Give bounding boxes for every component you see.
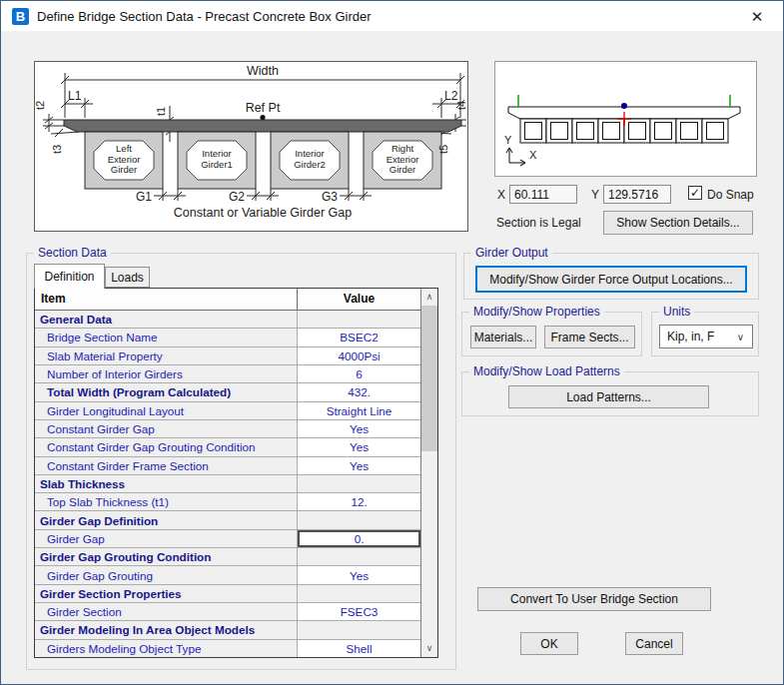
row-value-cell[interactable]: 4000Psi — [298, 347, 420, 364]
ok-button[interactable]: OK — [520, 632, 578, 655]
tab-definition[interactable]: Definition — [34, 264, 105, 289]
column-header-value: Value — [298, 289, 420, 310]
table-row[interactable]: Girder Modeling In Area Object Models — [35, 621, 420, 639]
section-preview-panel[interactable]: Y X — [494, 61, 757, 177]
dialog-title: Define Bridge Section Data - Precast Con… — [37, 9, 372, 24]
scrollbar-thumb[interactable] — [421, 306, 437, 451]
row-item-label: Constant Girder Frame Section — [35, 457, 298, 474]
row-item-label: Constant Girder Gap Grouting Condition — [35, 438, 298, 455]
do-snap-checkbox[interactable]: ✓ — [688, 186, 702, 200]
axis-x-label: X — [529, 149, 537, 161]
row-value-cell — [298, 548, 420, 565]
row-item-label: Bridge Section Name — [35, 329, 298, 345]
table-row[interactable]: Top Slab Thickness (t1)12. — [35, 493, 420, 511]
table-row[interactable]: Girder SectionFSEC3 — [35, 603, 420, 621]
row-value-cell[interactable]: Yes — [298, 420, 420, 437]
table-row[interactable]: Number of Interior Girders6 — [35, 365, 420, 383]
diagram-t2-label: t2 — [35, 101, 46, 110]
x-coordinate-field[interactable] — [509, 185, 577, 204]
section-table-body: General DataBridge Section NameBSEC2Slab… — [35, 311, 420, 657]
table-row[interactable]: General Data — [35, 311, 420, 329]
row-value-cell[interactable]: 12. — [298, 493, 420, 510]
table-row[interactable]: Bridge Section NameBSEC2 — [35, 329, 420, 346]
table-row[interactable]: Constant Girder Frame SectionYes — [35, 457, 420, 475]
table-row[interactable]: Girder Longitudinal LayoutStraight Line — [35, 402, 420, 420]
section-preview-graphic: Y X — [495, 62, 756, 176]
row-item-label: Girder Section Properties — [35, 585, 298, 602]
units-group-label: Units — [659, 305, 694, 319]
materials-button[interactable]: Materials... — [470, 326, 536, 348]
row-item-label: Slab Material Property — [35, 347, 298, 364]
row-value-cell[interactable]: Straight Line — [298, 402, 420, 419]
diagram-g2-label: G2 — [229, 190, 245, 204]
inline-edit-field[interactable]: 0. — [298, 530, 420, 547]
girder-label-right-exterior: Right Exterior Girder — [387, 144, 419, 176]
row-item-label: Number of Interior Girders — [35, 365, 298, 382]
row-value-cell[interactable]: 0. — [298, 530, 420, 547]
table-row[interactable]: Girder Gap0. — [35, 530, 420, 548]
bridge-cross-section-panel: Width L1 L2 Ref Pt t2 t3 t1 t4 t5 G1 G2 … — [34, 61, 468, 232]
row-value-cell — [298, 585, 420, 602]
table-row[interactable]: Girder Gap Definition — [35, 511, 420, 529]
ref-point-marker — [621, 103, 627, 109]
scroll-up-icon[interactable]: ∧ — [421, 289, 437, 306]
do-snap-label: Do Snap — [707, 188, 754, 202]
section-definition-table: Item Value General DataBridge Section Na… — [34, 288, 438, 658]
girder-label-left-exterior: Left Exterior Girder — [108, 144, 141, 176]
row-value-cell[interactable]: 432. — [298, 383, 420, 400]
diagram-g3-label: G3 — [322, 190, 338, 204]
modify-show-properties-label: Modify/Show Properties — [469, 305, 604, 319]
diagram-t4-label: t4 — [455, 101, 467, 110]
diagram-refpt-label: Ref Pt — [246, 101, 281, 115]
table-row[interactable]: Constant Girder GapYes — [35, 420, 420, 438]
modify-girder-force-output-button[interactable]: Modify/Show Girder Force Output Location… — [475, 266, 747, 293]
row-item-label: Top Slab Thickness (t1) — [35, 493, 298, 510]
show-section-details-button[interactable]: Show Section Details... — [603, 211, 753, 235]
row-item-label: Girder Longitudinal Layout — [35, 402, 298, 419]
table-scrollbar[interactable]: ∧ ∨ — [420, 289, 437, 657]
row-value-cell[interactable]: FSEC3 — [298, 603, 420, 620]
column-header-item: Item — [35, 289, 298, 310]
y-coordinate-field[interactable] — [603, 185, 671, 204]
table-row[interactable]: Girder Gap GroutingYes — [35, 566, 420, 584]
table-row[interactable]: Constant Girder Gap Grouting ConditionYe… — [35, 438, 420, 456]
girder-label-interior-2: Interior Girder2 — [294, 149, 326, 170]
frame-sects-button[interactable]: Frame Sects... — [544, 326, 635, 348]
row-value-cell — [298, 475, 420, 492]
row-value-cell[interactable]: 6 — [298, 365, 420, 382]
table-row[interactable]: Girder Section Properties — [35, 585, 420, 603]
row-value-cell[interactable]: Yes — [298, 438, 420, 455]
row-value-cell — [298, 311, 420, 328]
table-header-row: Item Value — [35, 289, 420, 311]
title-bar: B Define Bridge Section Data - Precast C… — [1, 1, 783, 31]
row-item-label: Slab Thickness — [35, 475, 298, 492]
row-value-cell — [298, 621, 420, 638]
row-value-cell[interactable]: BSEC2 — [298, 329, 420, 345]
tab-loads[interactable]: Loads — [105, 267, 150, 288]
axis-y-label: Y — [504, 134, 512, 146]
convert-to-user-bridge-section-button[interactable]: Convert To User Bridge Section — [477, 587, 711, 611]
table-row[interactable]: Slab Material Property4000Psi — [35, 347, 420, 365]
table-row[interactable]: Girder Gap Grouting Condition — [35, 548, 420, 566]
section-status-text: Section is Legal — [496, 216, 581, 230]
scroll-down-icon[interactable]: ∨ — [421, 640, 437, 657]
load-patterns-button[interactable]: Load Patterns... — [508, 385, 709, 408]
row-item-label: Girder Gap Grouting — [35, 566, 298, 583]
x-coordinate-label: X — [497, 188, 505, 202]
row-item-label: Total Width (Program Calculated) — [35, 383, 298, 400]
table-row[interactable]: Girders Modeling Object TypeShell — [35, 640, 420, 657]
girder-label-interior-1: Interior Girder1 — [201, 149, 233, 170]
row-item-label: Girder Gap Grouting Condition — [35, 548, 298, 565]
units-dropdown[interactable]: Kip, in, F ∨ — [659, 325, 753, 348]
table-row[interactable]: Total Width (Program Calculated)432. — [35, 383, 420, 401]
row-value-cell[interactable]: Yes — [298, 457, 420, 474]
cancel-button[interactable]: Cancel — [625, 632, 683, 655]
table-row[interactable]: Slab Thickness — [35, 475, 420, 493]
girder-output-group-label: Girder Output — [471, 246, 552, 260]
diagram-l1-label: L1 — [68, 89, 82, 103]
diagram-t5-label: t5 — [437, 145, 449, 154]
close-icon[interactable]: ✕ — [745, 7, 769, 27]
row-value-cell[interactable]: Shell — [298, 640, 420, 657]
row-item-label: Girders Modeling Object Type — [35, 640, 298, 657]
row-value-cell[interactable]: Yes — [298, 566, 420, 583]
